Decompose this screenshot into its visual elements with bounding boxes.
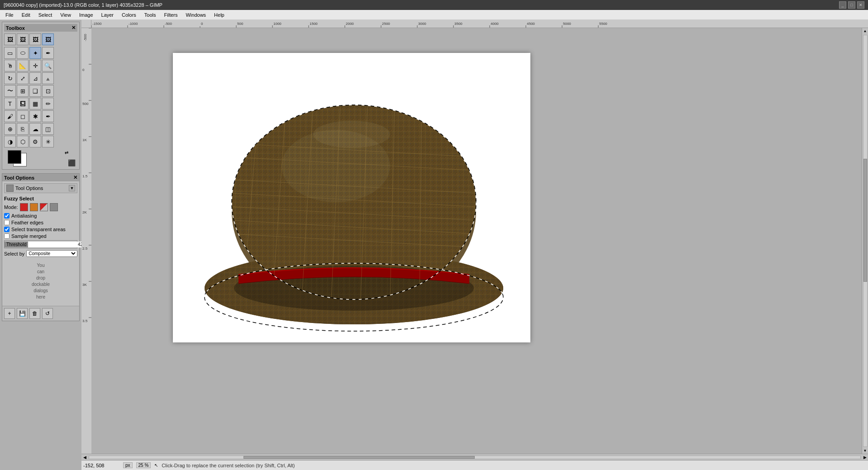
tool-paintbrush[interactable]: 🖌 — [4, 110, 16, 122]
sample-merged-row: Sample merged — [4, 233, 77, 239]
h-scrollbar-track[interactable] — [89, 456, 861, 459]
foreground-color-box[interactable] — [8, 150, 21, 164]
save-preset-btn[interactable]: 💾 — [17, 308, 28, 319]
menu-item-select[interactable]: Select — [35, 11, 56, 19]
canvas-container[interactable]: .marching-ants { stroke-dasharray: 8,6; … — [91, 28, 862, 454]
minimize-button[interactable]: _ — [839, 1, 846, 9]
h-scrollbar-thumb[interactable] — [243, 456, 475, 459]
h-scrollbar[interactable]: ◀ ▶ — [81, 454, 868, 460]
scroll-down-btn[interactable]: ▼ — [863, 448, 868, 454]
tool-eraser[interactable]: ◻ — [17, 110, 29, 122]
tool-perspective[interactable]: ⟁ — [42, 72, 54, 84]
tool-preview-4[interactable]: 🖼 — [42, 33, 54, 45]
tool-options-close[interactable]: ✕ — [73, 175, 77, 180]
svg-text:3000: 3000 — [418, 22, 426, 26]
tool-paths[interactable]: ✒ — [42, 47, 54, 59]
restore-defaults-btn[interactable]: ↺ — [42, 308, 53, 319]
tool-unified[interactable]: ⊞ — [17, 85, 29, 97]
mode-label: Mode: — [4, 204, 18, 210]
svg-text:500: 500 — [237, 22, 243, 26]
feather-edges-label: Feather edges — [11, 220, 43, 225]
select-transparent-checkbox[interactable] — [4, 227, 10, 232]
tool-color-picker[interactable]: 🖱 — [4, 60, 16, 71]
tool-move[interactable]: ✛ — [29, 60, 41, 71]
toolbox-close[interactable]: ✕ — [72, 25, 76, 31]
mode-add[interactable] — [30, 203, 38, 211]
tool-warp[interactable]: 〜 — [4, 85, 16, 97]
tool-preview-1[interactable]: 🖼 — [4, 33, 16, 45]
mode-subtract[interactable] — [40, 203, 48, 211]
statusbar-message: Click-Drag to replace the current select… — [162, 463, 866, 468]
menu-item-edit[interactable]: Edit — [18, 11, 34, 19]
antialiasing-checkbox[interactable] — [4, 213, 10, 218]
canvas-scroll-area: -500 0 500 1K 1.5 2K 2.5 3K 3.5 — [81, 28, 868, 454]
tool-airbrush[interactable]: ✱ — [29, 110, 41, 122]
mode-replace[interactable] — [20, 203, 28, 211]
tool-script[interactable]: ⚙ — [29, 136, 41, 147]
tool-clone[interactable]: ⎘ — [17, 123, 29, 135]
menu-item-help[interactable]: Help — [210, 11, 228, 19]
tool-preview-2[interactable]: 🖼 — [17, 33, 29, 45]
top-ruler: -1500 -1000 -500 0 500 1000 1500 2000 — [91, 20, 868, 28]
tool-options-panel: Tool Options ✕ Tool Options ▼ Fuzzy Sele… — [2, 173, 80, 321]
menu-item-view[interactable]: View — [57, 11, 75, 19]
scroll-up-btn[interactable]: ▲ — [863, 28, 868, 34]
tool-bucket[interactable]: ⛾ — [17, 98, 29, 109]
svg-text:-1500: -1500 — [92, 22, 102, 26]
tool-rect-select[interactable]: ▭ — [4, 47, 16, 59]
tool-preview-3[interactable]: 🖼 — [29, 33, 41, 45]
statusbar-zoom-selector[interactable]: 25 % — [136, 462, 151, 468]
tool-options-menu-btn[interactable]: ▼ — [69, 185, 75, 191]
sample-merged-checkbox[interactable] — [4, 233, 10, 239]
tool-desaturate[interactable]: ⬡ — [17, 136, 29, 147]
tool-ellipse-select[interactable]: ⬭ — [17, 47, 29, 59]
default-colors[interactable]: ⬛ — [68, 159, 76, 166]
toolbox: Toolbox ✕ 🖼 🖼 🖼 🖼 ▭ ⬭ ✦ ✒ 🖱 📐 ✛ 🔍 ↻ — [2, 22, 80, 170]
statusbar-unit-selector[interactable]: px — [123, 462, 133, 468]
menu-item-tools[interactable]: Tools — [141, 11, 160, 19]
tool-transform3d[interactable]: ❑ — [29, 85, 41, 97]
tool-smudge[interactable]: ☁ — [29, 123, 41, 135]
menu-item-layer[interactable]: Layer — [98, 11, 118, 19]
menu-item-windows[interactable]: Windows — [182, 11, 210, 19]
svg-text:1500: 1500 — [310, 22, 318, 26]
menu-item-file[interactable]: File — [2, 11, 17, 19]
tool-gradient[interactable]: ▦ — [29, 98, 41, 109]
hat-canvas[interactable]: .marching-ants { stroke-dasharray: 8,6; … — [173, 53, 530, 342]
tool-zoom[interactable]: 🔍 — [42, 60, 54, 71]
scroll-left-btn[interactable]: ◀ — [81, 455, 88, 460]
tool-text[interactable]: T — [4, 98, 16, 109]
close-button[interactable]: ✕ — [857, 1, 864, 9]
tool-scale[interactable]: ⤢ — [17, 72, 29, 84]
tool-dodge[interactable]: ◑ — [4, 136, 16, 147]
tool-measure[interactable]: 📐 — [17, 60, 29, 71]
maximize-button[interactable]: □ — [848, 1, 855, 9]
swap-colors[interactable]: ⇄ — [65, 150, 68, 155]
new-preset-btn[interactable]: + — [4, 308, 15, 319]
threshold-input[interactable]: 42.0 — [28, 242, 87, 247]
delete-preset-btn[interactable]: 🗑 — [29, 308, 40, 319]
tool-fuzzy-select[interactable]: ✦ — [29, 47, 41, 59]
titlebar: [9600040 copy] (imported)-13.0 (RGB colo… — [0, 0, 868, 10]
feather-edges-checkbox[interactable] — [4, 220, 10, 225]
tool-ink[interactable]: ✒ — [42, 110, 54, 122]
tool-healing[interactable]: ⊕ — [4, 123, 16, 135]
tool-rotate[interactable]: ↻ — [4, 72, 16, 84]
tool-cage[interactable]: ⊡ — [42, 85, 54, 97]
right-scrollbar[interactable]: ▲ ▼ — [862, 28, 868, 454]
menu-item-colors[interactable]: Colors — [118, 11, 140, 19]
mode-intersect[interactable] — [50, 203, 58, 211]
tool-shear[interactable]: ⊿ — [29, 72, 41, 84]
select-by-dropdown[interactable]: Composite Red Green Blue Alpha — [26, 250, 77, 257]
v-scrollbar-thumb[interactable] — [863, 159, 867, 282]
svg-text:2.5: 2.5 — [82, 247, 88, 251]
feather-edges-row: Feather edges — [4, 220, 77, 225]
scroll-right-btn[interactable]: ▶ — [862, 455, 868, 460]
tool-options-inner-header: Tool Options ▼ — [4, 183, 77, 193]
menu-item-filters[interactable]: Filters — [161, 11, 181, 19]
tool-pencil[interactable]: ✏ — [42, 98, 54, 109]
mode-row: Mode: — [4, 203, 77, 211]
tool-gegl[interactable]: ✳ — [42, 136, 54, 147]
menu-item-image[interactable]: Image — [76, 11, 97, 19]
tool-convolve[interactable]: ◫ — [42, 123, 54, 135]
